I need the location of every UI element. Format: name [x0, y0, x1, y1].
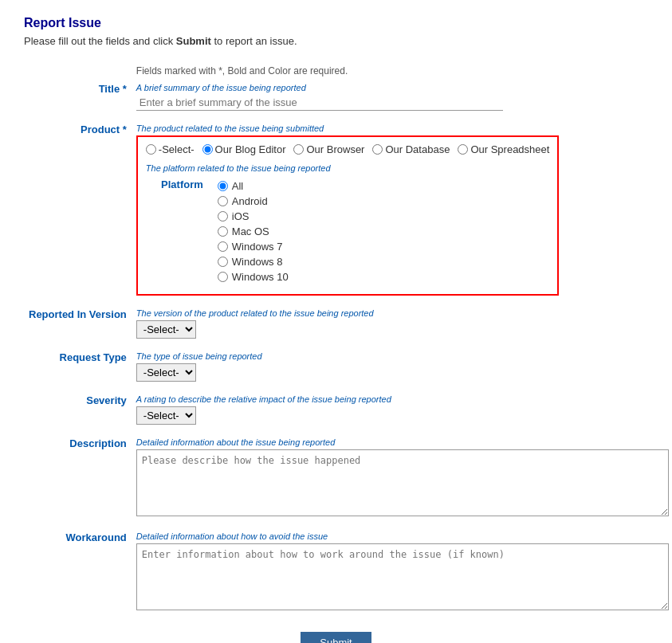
platform-radio-android[interactable] — [218, 196, 228, 206]
workaround-field-cell: Detailed information about how to avoid … — [132, 528, 672, 616]
page-title: Report Issue — [24, 16, 648, 30]
required-note: Fields marked with *, Bold and Color are… — [136, 65, 348, 76]
product-option-spreadsheet[interactable]: Our Spreadsheet — [458, 143, 549, 155]
product-radio-browser[interactable] — [293, 144, 304, 155]
workaround-row: Workaround Detailed information about ho… — [24, 528, 672, 616]
platform-radio-all[interactable] — [218, 181, 228, 191]
title-row: Title * A brief summary of the issue bei… — [24, 80, 672, 114]
description-label-cell: Description — [24, 434, 132, 522]
request-type-field-cell: The type of issue being reported -Select… — [132, 348, 672, 385]
intro-text: Please fill out the fields and click — [24, 35, 173, 47]
product-label: Product — [81, 124, 120, 135]
title-input[interactable] — [136, 95, 503, 111]
title-hint: A brief summary of the issue being repor… — [136, 83, 669, 92]
platform-radio-macos[interactable] — [218, 226, 228, 237]
platform-radio-win8[interactable] — [218, 257, 228, 267]
request-type-label-cell: Request Type — [24, 348, 132, 385]
description-label: Description — [69, 437, 127, 449]
product-option-database[interactable]: Our Database — [372, 143, 450, 155]
platform-option-win10[interactable]: Windows 10 — [218, 271, 289, 283]
product-platform-box: -Select- Our Blog Editor Our Browser Our… — [136, 135, 560, 296]
workaround-label-cell: Workaround — [24, 528, 132, 616]
severity-hint: A rating to describe the relative impact… — [136, 394, 669, 404]
request-type-row: Request Type The type of issue being rep… — [24, 348, 672, 385]
platform-section: The platform related to the issue being … — [146, 163, 550, 288]
request-type-label: Request Type — [60, 351, 127, 363]
product-option-browser[interactable]: Our Browser — [293, 143, 364, 155]
workaround-label: Workaround — [65, 531, 126, 543]
request-type-hint: The type of issue being reported — [136, 351, 669, 361]
report-form: Fields marked with *, Bold and Color are… — [24, 61, 672, 616]
version-select[interactable]: -Select- — [136, 320, 196, 339]
request-type-select[interactable]: -Select- — [136, 363, 196, 382]
platform-option-android[interactable]: Android — [218, 195, 289, 207]
version-label-cell: Reported In Version — [24, 305, 132, 342]
version-row: Reported In Version The version of the p… — [24, 305, 672, 342]
product-radio-spreadsheet[interactable] — [458, 144, 468, 155]
severity-label-cell: Severity — [24, 391, 132, 428]
product-row: Product * The product related to the iss… — [24, 120, 672, 299]
product-field-cell: The product related to the issue being s… — [132, 120, 672, 299]
required-note-cell: Fields marked with *, Bold and Color are… — [132, 61, 672, 80]
product-hint: The product related to the issue being s… — [136, 124, 669, 133]
platform-option-win8[interactable]: Windows 8 — [218, 256, 289, 268]
workaround-hint: Detailed information about how to avoid … — [136, 531, 669, 541]
version-hint: The version of the product related to th… — [136, 308, 669, 318]
platform-row-inner: Platform All A — [147, 177, 293, 286]
platform-radio-win10[interactable] — [218, 272, 228, 282]
submit-button[interactable]: Submit — [301, 632, 371, 643]
severity-field-cell: A rating to describe the relative impact… — [132, 391, 672, 428]
severity-row: Severity A rating to describe the relati… — [24, 391, 672, 428]
product-radios: -Select- Our Blog Editor Our Browser Our… — [146, 143, 550, 155]
version-label: Reported In Version — [29, 308, 127, 320]
product-radio-database[interactable] — [372, 144, 383, 155]
product-label-cell: Product * — [24, 120, 132, 299]
intro-submit-link: Submit — [176, 35, 211, 47]
description-hint: Detailed information about the issue bei… — [136, 437, 669, 447]
platform-radios-cell: All Android iOS — [213, 177, 293, 286]
platform-layout: Platform All A — [146, 175, 295, 288]
platform-option-ios[interactable]: iOS — [218, 210, 289, 222]
platform-option-all[interactable]: All — [218, 180, 289, 192]
intro-suffix: to report an issue. — [214, 35, 297, 47]
product-radio-select[interactable] — [146, 144, 156, 155]
severity-select[interactable]: -Select- — [136, 406, 196, 425]
description-textarea[interactable] — [136, 449, 669, 516]
title-field-cell: A brief summary of the issue being repor… — [132, 80, 672, 114]
platform-option-win7[interactable]: Windows 7 — [218, 241, 289, 253]
version-field-cell: The version of the product related to th… — [132, 305, 672, 342]
platform-radio-ios[interactable] — [218, 211, 228, 222]
product-radio-blog[interactable] — [202, 144, 213, 155]
workaround-textarea[interactable] — [136, 543, 669, 610]
platform-option-macos[interactable]: Mac OS — [218, 225, 289, 237]
title-label-cell: Title * — [24, 80, 132, 114]
description-field-cell: Detailed information about the issue bei… — [132, 434, 672, 522]
product-option-blog[interactable]: Our Blog Editor — [202, 143, 286, 155]
platform-radios: All Android iOS — [218, 180, 289, 283]
intro-paragraph: Please fill out the fields and click Sub… — [24, 35, 648, 47]
title-label: Title — [99, 83, 120, 95]
submit-row: Submit — [24, 632, 648, 643]
severity-label: Severity — [86, 394, 127, 406]
product-option-select[interactable]: -Select- — [146, 143, 195, 155]
platform-hint: The platform related to the issue being … — [146, 163, 550, 173]
description-row: Description Detailed information about t… — [24, 434, 672, 522]
platform-radio-win7[interactable] — [218, 241, 228, 252]
required-note-row: Fields marked with *, Bold and Color are… — [24, 61, 672, 80]
platform-label: Platform — [147, 177, 211, 286]
